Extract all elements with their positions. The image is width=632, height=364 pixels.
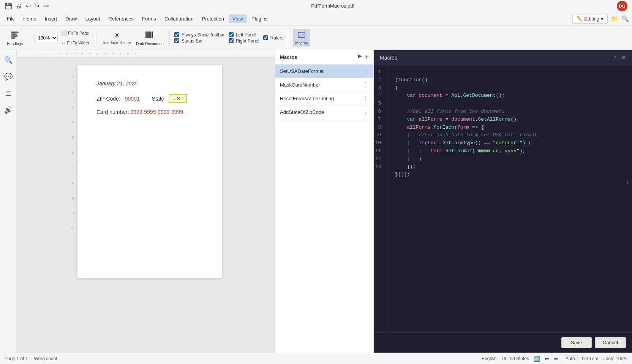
content-area: L 1 • 2 • 3 • 4 • 5 • 6 • bbox=[17, 50, 632, 353]
interface-theme-icon: ☀ bbox=[114, 31, 120, 40]
status-bar-input[interactable] bbox=[174, 38, 179, 43]
svg-rect-2 bbox=[11, 36, 17, 36]
macro-name-3: ResetFormsAfterPrinting bbox=[280, 96, 334, 101]
toolbar-separator-3 bbox=[169, 30, 170, 46]
more-icon[interactable]: ••• bbox=[43, 3, 49, 9]
dialog-help-icon[interactable]: ? bbox=[613, 54, 616, 61]
left-panel-input[interactable] bbox=[229, 32, 234, 37]
sidebar-comments-icon[interactable]: 💬 bbox=[2, 70, 15, 84]
zoom-percent[interactable]: Zoom 100% bbox=[603, 356, 627, 361]
spell-check-icon[interactable]: 🔤 bbox=[534, 356, 540, 362]
macro-item-1[interactable]: SetUSADateFormat ⋮ bbox=[275, 65, 373, 78]
redo-icon[interactable]: ↪ bbox=[35, 2, 40, 9]
macros-icon: </> bbox=[297, 30, 306, 40]
dark-document-icon bbox=[145, 30, 154, 41]
save-icon[interactable]: 💾 bbox=[5, 2, 12, 9]
zoom-select[interactable]: 100% 75% 150% bbox=[35, 34, 58, 42]
macros-add-icon[interactable]: + bbox=[365, 53, 369, 61]
undo-icon[interactable]: ↩ bbox=[26, 2, 31, 9]
menu-references[interactable]: References bbox=[105, 14, 137, 23]
macro-item-3[interactable]: ResetFormsAfterPrinting ⋮ bbox=[275, 92, 373, 106]
editing-label: Editing bbox=[584, 16, 599, 22]
dialog-footer: Save Cancel bbox=[374, 332, 632, 353]
macros-dialog-title-bar: Macros ? ✕ bbox=[374, 50, 632, 65]
right-panel-check[interactable]: Right Panel bbox=[229, 38, 259, 44]
cancel-button[interactable]: Cancel bbox=[595, 337, 626, 348]
macro-more-1[interactable]: ⋮ bbox=[363, 68, 369, 75]
headings-label: Headings bbox=[7, 42, 23, 46]
doc-area: L 1 • 2 • 3 • 4 • 5 • 6 • bbox=[17, 50, 275, 353]
menu-protection[interactable]: Protection bbox=[198, 14, 228, 23]
menu-collaboration[interactable]: Collaboration bbox=[161, 14, 198, 23]
rulers-check[interactable]: Rulers bbox=[263, 35, 284, 41]
status-bar-right: English – United States 🔤 ⇌ ⬌ Auto 0.36 … bbox=[482, 355, 627, 362]
right-panel-input[interactable] bbox=[229, 38, 234, 43]
interface-theme-button[interactable]: ☀ Interface Theme bbox=[101, 29, 133, 46]
editing-button[interactable]: ✏️ Editing ▾ bbox=[572, 14, 608, 24]
scroll-indicator[interactable]: ❯ bbox=[623, 176, 632, 188]
always-show-toolbar-check[interactable]: Always Show Toolbar bbox=[174, 32, 225, 38]
macro-name-1: SetUSADateFormat bbox=[280, 68, 324, 74]
print-icon[interactable]: 🖨 bbox=[16, 3, 22, 9]
macro-name-4: AddStateOfZipCode bbox=[280, 109, 324, 115]
sidebar-search-icon[interactable]: 🔍 bbox=[2, 53, 15, 67]
auto-label: Auto bbox=[563, 355, 578, 362]
save-button[interactable]: Save bbox=[561, 337, 592, 348]
menu-file[interactable]: File bbox=[3, 14, 19, 23]
menu-insert[interactable]: Insert bbox=[41, 14, 61, 23]
menu-home[interactable]: Home bbox=[19, 14, 40, 23]
measurement-value: 0.36 cm bbox=[582, 356, 599, 361]
svg-text:</>: </> bbox=[299, 33, 306, 37]
fit-to-width-button[interactable]: ↔ Fit To Width bbox=[58, 38, 91, 47]
sidebar-headings-icon[interactable]: ☰ bbox=[2, 87, 15, 100]
macro-more-3[interactable]: ⋮ bbox=[363, 95, 369, 102]
status-bar-check[interactable]: Status Bar bbox=[174, 38, 225, 44]
left-panel-check[interactable]: Left Panel bbox=[229, 32, 259, 38]
menu-plugins[interactable]: Plugins bbox=[248, 14, 272, 23]
menu-draw[interactable]: Draw bbox=[62, 14, 81, 23]
macro-item-2[interactable]: MaskCardNumber ⋮ bbox=[275, 78, 373, 92]
macros-run-icon[interactable]: ▶ bbox=[358, 53, 362, 61]
macros-header-icons: ▶ + bbox=[358, 53, 369, 61]
menu-view[interactable]: View bbox=[229, 14, 247, 23]
macro-more-2[interactable]: ⋮ bbox=[363, 81, 369, 88]
svg-rect-3 bbox=[11, 38, 15, 38]
word-count-label[interactable]: Word count bbox=[34, 356, 57, 361]
app-title: PdfFormMacros.pdf bbox=[49, 3, 617, 9]
collapse-icon[interactable]: ⬌ bbox=[554, 356, 558, 362]
macros-side-title: Macros bbox=[280, 54, 297, 60]
dialog-close-icon[interactable]: ✕ bbox=[621, 54, 626, 61]
fit-to-width-icon: ↔ bbox=[61, 40, 66, 46]
menu-forms[interactable]: Forms bbox=[138, 14, 160, 23]
dialog-title: Macros bbox=[380, 55, 397, 61]
toolbar-separator-1 bbox=[30, 30, 30, 46]
macros-label: Macros bbox=[295, 41, 308, 45]
folder-icon[interactable]: 📁 bbox=[611, 15, 618, 22]
dark-document-button[interactable]: Dark Document bbox=[134, 28, 164, 47]
macros-button[interactable]: </> Macros bbox=[293, 29, 310, 47]
toolbar: Headings 100% 75% 150% ⬜ Fit To Page ↔ F… bbox=[0, 26, 632, 50]
page-info: Page 1 of 1 bbox=[5, 356, 28, 361]
interface-theme-label: Interface Theme bbox=[103, 41, 131, 45]
sidebar-track-icon[interactable]: 🔊 bbox=[2, 103, 15, 117]
main-area: 🔍 💬 ☰ 🔊 L 1 • 2 • 3 • 4 • 5 • bbox=[0, 50, 632, 353]
headings-button[interactable]: Headings bbox=[5, 28, 25, 47]
menu-layout[interactable]: Layout bbox=[82, 14, 104, 23]
rulers-input[interactable] bbox=[263, 35, 268, 40]
toolbar-separator-2 bbox=[96, 30, 96, 46]
search-icon[interactable]: 🔍 bbox=[621, 15, 629, 22]
document-card-row: Card number: 9999-9999-9999-9999 bbox=[96, 109, 203, 115]
fit-to-page-button[interactable]: ⬜ Fit To Page bbox=[58, 28, 91, 38]
track-changes-icon[interactable]: ⇌ bbox=[545, 356, 549, 362]
language-selector[interactable]: English – United States bbox=[482, 356, 529, 361]
svg-rect-1 bbox=[11, 34, 17, 35]
macros-side-panel: Macros ▶ + SetUSADateFormat ⋮ MaskCardNu… bbox=[275, 50, 374, 353]
code-lines[interactable]: (function() { var document = Api.GetDocu… bbox=[389, 65, 632, 332]
state-field[interactable]: = S t bbox=[169, 94, 186, 103]
svg-rect-0 bbox=[11, 32, 18, 33]
toolbar-separator-4 bbox=[288, 30, 288, 46]
state-label: State bbox=[152, 96, 164, 102]
always-show-toolbar-input[interactable] bbox=[174, 32, 179, 37]
macro-item-4[interactable]: AddStateOfZipCode ⋮ bbox=[275, 106, 373, 119]
macro-more-4[interactable]: ⋮ bbox=[363, 109, 369, 116]
